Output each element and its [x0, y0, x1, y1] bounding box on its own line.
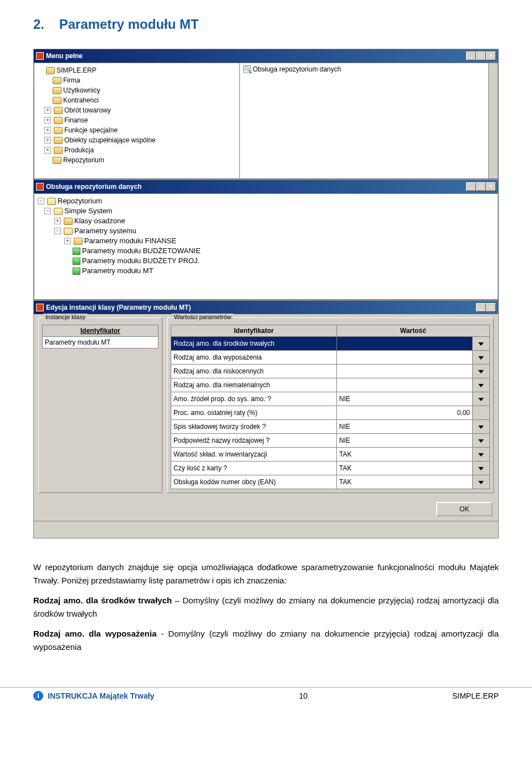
dropdown-button[interactable] — [473, 462, 490, 475]
dropdown-button[interactable] — [473, 420, 490, 434]
cell-value[interactable]: TAK — [337, 475, 473, 489]
dropdown-button[interactable] — [473, 337, 490, 351]
tree-item-label: Repozytorium — [63, 155, 104, 165]
table-row[interactable]: Rodzaj amo. dla wyposażenia — [171, 351, 490, 365]
chevron-down-icon — [478, 467, 484, 470]
table-row[interactable]: Obsługa kodów numer obcy (EAN)TAK — [171, 475, 490, 489]
cell-value[interactable] — [337, 365, 473, 378]
table-row[interactable]: Rodzaj amo. dla środków trwałych — [171, 337, 490, 351]
dropdown-button[interactable] — [473, 448, 490, 462]
tree-item-label: Klasy osadzone — [74, 216, 125, 226]
table-row[interactable]: Rodzaj amo. dla niematerialnych — [171, 378, 490, 392]
expander-icon[interactable]: + — [64, 238, 71, 244]
cell-value[interactable]: NIE — [337, 434, 473, 448]
close-button[interactable]: × — [486, 52, 496, 60]
info-icon: i — [33, 691, 43, 701]
table-row[interactable]: Rodzaj amo. dla niskocennych — [171, 365, 490, 378]
table-row[interactable]: Proc. amo. ostatniej raty (%)0,00 — [171, 406, 490, 420]
tree-item[interactable]: ·Parametry modułu BUDŻETY PROJ. — [38, 256, 494, 266]
folder-icon — [54, 117, 63, 124]
expander-icon[interactable]: − — [44, 208, 51, 214]
expander-icon[interactable]: + — [44, 147, 51, 153]
group-instancje: Identyfikator Parametry modułu MT — [38, 317, 162, 493]
dropdown-button[interactable] — [473, 434, 490, 448]
cell-value[interactable]: NIE — [337, 392, 473, 406]
table-row[interactable]: Spis składowej tworzy środek ?NIE — [171, 420, 490, 434]
maximize-button[interactable]: □ — [476, 182, 486, 191]
tree-item[interactable]: ·Firma — [38, 75, 236, 85]
tree-item[interactable]: ·SIMPLE.ERP — [38, 65, 236, 75]
tree-item[interactable]: +Funkcje specjalne — [38, 125, 236, 135]
tree-item-label: Funkcje specjalne — [64, 125, 117, 135]
tree-item[interactable]: −Repozytorium — [38, 196, 494, 206]
cell-value[interactable]: TAK — [337, 448, 473, 462]
titlebar-menu[interactable]: Menu pełne _ □ × — [34, 49, 498, 63]
cell-value[interactable] — [337, 351, 473, 365]
expander-icon[interactable]: − — [38, 198, 44, 204]
cell-value[interactable] — [337, 337, 473, 351]
table-row[interactable]: Podpowiedź nazwy rodzajowej ?NIE — [171, 434, 490, 448]
tree-item[interactable]: +Parametry modułu FINANSE — [38, 236, 494, 246]
dropdown-button[interactable] — [473, 378, 490, 392]
expander-icon[interactable]: + — [54, 218, 61, 224]
titlebar-repo[interactable]: Obsługa repozytorium danych _ □ × — [34, 180, 498, 193]
dropdown-button[interactable] — [473, 351, 490, 365]
tree-item[interactable]: ·Repozytorium — [38, 155, 236, 165]
document-icon: 🔍 — [243, 65, 250, 73]
titlebar-edit[interactable]: Edycja instancji klasy (Parametry modułu… — [34, 301, 498, 314]
folder-icon — [53, 97, 62, 104]
tree-item[interactable]: +Obiekty uzupełniające wspólne — [38, 135, 236, 145]
dropdown-button[interactable] — [473, 475, 490, 489]
column-header[interactable]: Identyfikator — [43, 325, 158, 337]
app-icon — [36, 52, 44, 60]
app-icon — [36, 304, 44, 311]
column-header-value[interactable]: Wartość — [337, 325, 490, 337]
tree-item[interactable]: −Parametry systemu — [38, 226, 494, 236]
minimize-button[interactable]: _ — [466, 182, 476, 191]
table-row[interactable]: Parametry modułu MT — [43, 337, 158, 348]
cell-ident: Rodzaj amo. dla niskocennych — [171, 365, 337, 378]
tree-item-label: Parametry systemu — [74, 226, 136, 236]
table-row[interactable]: Wartość skład. w inwentaryzacjiTAK — [171, 448, 490, 462]
status-area — [33, 521, 499, 539]
minimize-button[interactable]: _ — [476, 303, 486, 312]
expander-icon: · — [64, 248, 70, 254]
expander-icon[interactable]: + — [44, 127, 51, 134]
section-heading: 2. Parametry modułu MT — [33, 17, 499, 32]
dropdown-button[interactable] — [473, 365, 490, 378]
cell-value[interactable]: 0,00 — [337, 406, 473, 420]
close-button[interactable]: × — [486, 182, 496, 191]
expander-icon[interactable]: − — [54, 228, 61, 234]
tree-item-label: Parametry modułu MT — [82, 266, 154, 276]
cell-value[interactable] — [337, 378, 473, 392]
tree-item[interactable]: ·Parametry modułu BUDŻETOWANIE — [38, 246, 494, 256]
expander-icon[interactable]: + — [44, 117, 51, 124]
tree-item[interactable]: ·Parametry modułu MT — [38, 266, 494, 276]
tree-item[interactable]: +Produkcja — [38, 145, 236, 155]
cell-value[interactable]: NIE — [337, 420, 473, 434]
cell-value[interactable]: TAK — [337, 462, 473, 475]
ok-button[interactable]: OK — [436, 502, 493, 516]
table-row[interactable]: Czy ilość z karty ?TAK — [171, 462, 490, 475]
tree-item[interactable]: −Simple System — [38, 206, 494, 216]
maximize-button[interactable]: □ — [476, 52, 486, 60]
expander-icon[interactable]: + — [44, 137, 51, 143]
window-repo: Obsługa repozytorium danych _ □ × −Repoz… — [33, 180, 499, 300]
expander-icon[interactable]: + — [44, 107, 51, 114]
column-header-ident[interactable]: Identyfikator — [171, 325, 337, 337]
tree-item[interactable]: +Klasy osadzone — [38, 216, 494, 226]
tree-item-label: Repozytorium — [58, 196, 102, 206]
cell-ident: Czy ilość z karty ? — [171, 462, 337, 475]
tree-item[interactable]: +Obrót towarowy — [38, 105, 236, 115]
tree-item[interactable]: ·Użytkownicy — [38, 85, 236, 95]
chevron-down-icon — [478, 439, 484, 443]
maximize-button[interactable]: □ — [486, 303, 496, 312]
table-row[interactable]: Amo. źródeł prop. do sys. amo. ?NIE — [171, 392, 490, 406]
scrollbar[interactable] — [488, 63, 498, 178]
dropdown-button[interactable] — [473, 392, 490, 406]
expander-icon: · — [64, 268, 70, 274]
tree-item[interactable]: ·Kontrahenci — [38, 95, 236, 105]
minimize-button[interactable]: _ — [466, 52, 476, 60]
tree-item[interactable]: +Finanse — [38, 115, 236, 125]
list-item[interactable]: Obsługa repozytorium danych — [253, 65, 341, 73]
